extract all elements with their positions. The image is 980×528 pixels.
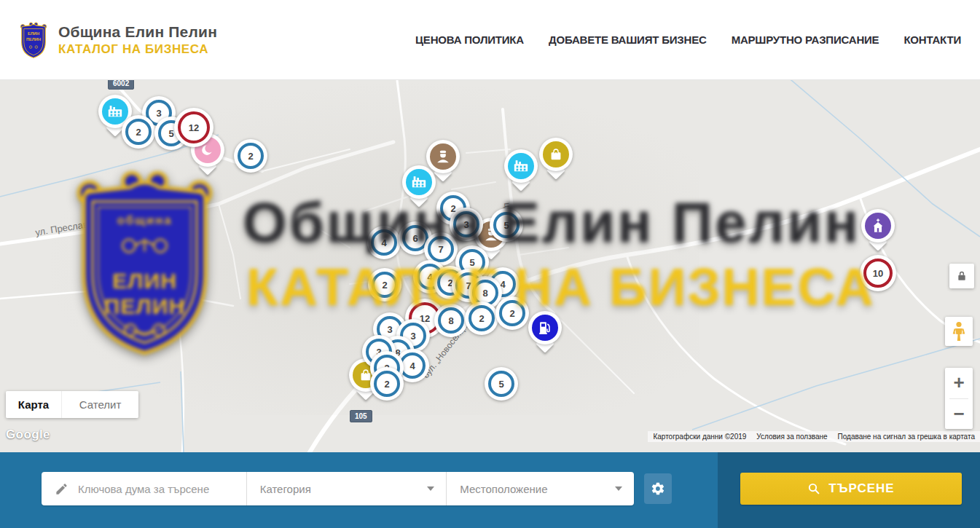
cluster-count: 4 (371, 229, 397, 256)
cluster-marker[interactable]: 5 (485, 367, 518, 401)
pin-marker-factory[interactable] (504, 149, 538, 183)
cluster-marker[interactable]: 2 (122, 115, 155, 149)
lock-icon (957, 270, 967, 282)
brand-subtitle: КАТАЛОГ НА БИЗНЕСА (58, 42, 217, 57)
cluster-count: 2 (238, 143, 264, 169)
pin-marker-worker[interactable] (426, 140, 460, 173)
cluster-marker[interactable]: 2 (495, 296, 529, 330)
svg-text:ПЕЛИН: ПЕЛИН (26, 36, 41, 41)
cluster-marker[interactable]: 2 (234, 139, 267, 173)
page: ЕЛИН ПЕЛИН Община Елин Пелин КАТАЛОГ НА … (0, 0, 980, 528)
cluster-count: 5 (488, 371, 514, 397)
cluster-count: 12 (178, 111, 210, 143)
church-icon (865, 213, 891, 239)
cluster-count: 2 (125, 119, 152, 145)
zoom-out-button[interactable]: − (945, 398, 973, 429)
cluster-count: 7 (428, 236, 454, 262)
factory-icon (102, 98, 128, 125)
cluster-count: 8 (438, 307, 464, 334)
brand-logo[interactable]: ЕЛИН ПЕЛИН Община Елин Пелин КАТАЛОГ НА … (17, 18, 217, 62)
map-canvas[interactable]: ул. Преслав бул. „Новоселци" ци 6002 105 (0, 80, 980, 452)
brand-title: Община Елин Пелин (58, 23, 217, 41)
cluster-marker[interactable]: 4 (367, 226, 401, 259)
cluster-marker[interactable]: 2 (465, 302, 498, 335)
nav-route-schedule[interactable]: МАРШРУТНО РАЗПИСАНИЕ (732, 34, 879, 46)
cluster-count: 2 (374, 371, 400, 397)
cluster-count: 2 (499, 300, 525, 326)
cluster-count: 5 (493, 212, 520, 238)
attribution-terms-link[interactable]: Условия за ползване (751, 433, 832, 441)
fuel-icon (532, 315, 558, 341)
pencil-icon (55, 482, 68, 496)
lock-button[interactable] (949, 264, 974, 288)
nav-pricing-policy[interactable]: ЦЕНОВА ПОЛИТИКА (415, 34, 524, 46)
cluster-marker[interactable]: 2 (370, 367, 404, 401)
pin-marker-bag[interactable] (539, 138, 573, 171)
map-type-satellite-button[interactable]: Сателит (61, 391, 138, 418)
main-nav: ЦЕНОВА ПОЛИТИКА ДОБАВЕТЕ ВАШИЯТ БИЗНЕС М… (415, 34, 961, 46)
cluster-marker[interactable]: 8 (434, 304, 468, 337)
search-icon (807, 482, 820, 495)
cluster-marker[interactable]: 10 (860, 255, 896, 291)
svg-text:ЕЛИН: ЕЛИН (28, 31, 39, 35)
gear-icon (651, 481, 665, 496)
chevron-down-icon (427, 486, 434, 491)
cluster-count: 2 (372, 272, 398, 298)
zoom-control: + − (945, 368, 973, 429)
nav-add-your-business[interactable]: ДОБАВЕТЕ ВАШИЯТ БИЗНЕС (549, 34, 707, 46)
cluster-marker[interactable]: 5 (490, 208, 523, 242)
google-logo[interactable]: Google (6, 427, 50, 442)
cluster-marker[interactable]: 3 (450, 208, 483, 241)
zoom-in-button[interactable]: + (945, 368, 973, 398)
municipality-crest-icon: ЕЛИН ПЕЛИН (17, 18, 50, 62)
map-type-control: Карта Сателит (6, 391, 138, 418)
markers-layer: 3251222354675422748128223383432510 (0, 80, 980, 452)
category-select-value: Категория (260, 483, 311, 495)
keyword-section (42, 472, 246, 505)
search-box: Категория Местоположение (42, 472, 634, 505)
pin-marker-church[interactable] (861, 209, 895, 243)
cluster-count: 3 (453, 211, 479, 237)
pegman-button[interactable] (945, 317, 973, 346)
cluster-count: 10 (863, 259, 893, 288)
attribution-copyright: Картографски данни ©2019 (648, 433, 751, 441)
search-submit-button[interactable]: ТЪРСЕНЕ (740, 473, 962, 505)
header: ЕЛИН ПЕЛИН Община Елин Пелин КАТАЛОГ НА … (0, 0, 980, 80)
search-button-label: ТЪРСЕНЕ (828, 481, 894, 496)
brand-text: Община Елин Пелин КАТАЛОГ НА БИЗНЕСА (58, 23, 217, 57)
map-attribution: Картографски данни ©2019 Условия за полз… (648, 431, 980, 442)
worker-icon (430, 143, 456, 170)
pegman-icon (952, 321, 966, 342)
category-select[interactable]: Категория (247, 472, 447, 505)
map-type-map-button[interactable]: Карта (6, 391, 61, 418)
pin-marker-fuel[interactable] (528, 311, 562, 344)
advanced-search-button[interactable] (644, 473, 672, 504)
attribution-report-error-link[interactable]: Подаване на сигнал за грешка в картата (833, 433, 980, 441)
chevron-down-icon (615, 486, 622, 491)
keyword-search-input[interactable] (78, 483, 231, 495)
cluster-marker[interactable]: 2 (368, 268, 401, 302)
location-select-value: Местоположение (460, 483, 547, 495)
location-select[interactable]: Местоположение (447, 472, 634, 505)
cluster-marker[interactable]: 12 (174, 108, 213, 147)
shopping-bag-icon (543, 141, 569, 168)
search-bar: Категория Местоположение ТЪРСЕНЕ (0, 452, 980, 528)
factory-icon (508, 153, 534, 179)
cluster-count: 2 (469, 305, 495, 331)
nav-contacts[interactable]: КОНТАКТИ (903, 34, 961, 46)
